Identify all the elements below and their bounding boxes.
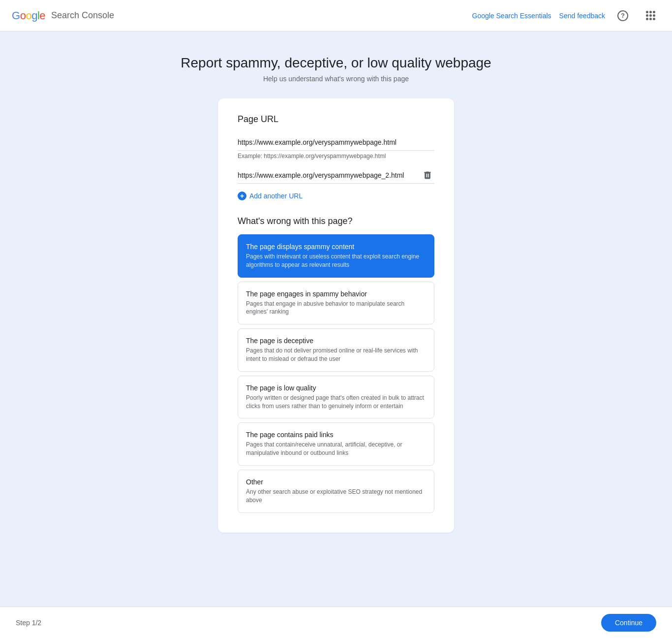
form-card: Page URL Example: https://example.org/ve… bbox=[218, 98, 454, 533]
option-desc-2: Pages that do not deliver promised onlin… bbox=[246, 347, 426, 363]
url2-input[interactable] bbox=[238, 167, 421, 183]
help-icon: ? bbox=[617, 10, 628, 21]
option-desc-0: Pages with irrelevant or useless content… bbox=[246, 253, 426, 269]
option-spammy-content[interactable]: The page displays spammy content Pages w… bbox=[238, 234, 434, 278]
logo-g: G bbox=[12, 9, 20, 22]
logo-o1: o bbox=[20, 9, 26, 22]
step-label: Step 1/2 bbox=[16, 619, 41, 627]
url2-wrapper bbox=[238, 167, 434, 184]
header-left: Google Search Console bbox=[12, 9, 114, 22]
add-url-button[interactable]: + Add another URL bbox=[238, 188, 303, 204]
page-title: Report spammy, deceptive, or low quality… bbox=[181, 55, 491, 71]
header: Google Search Console Google Search Esse… bbox=[0, 0, 672, 32]
continue-button[interactable]: Continue bbox=[601, 614, 656, 632]
help-button[interactable]: ? bbox=[613, 6, 633, 26]
logo-e: e bbox=[39, 9, 45, 22]
option-title-3: The page is low quality bbox=[246, 384, 426, 392]
apps-button[interactable] bbox=[641, 6, 660, 26]
footer: Step 1/2 Continue bbox=[0, 606, 672, 638]
url1-input[interactable] bbox=[238, 134, 434, 151]
url1-wrapper bbox=[238, 134, 434, 151]
url-section-title: Page URL bbox=[238, 114, 434, 125]
option-paid-links[interactable]: The page contains paid links Pages that … bbox=[238, 422, 434, 466]
option-desc-4: Pages that contain/receive unnatural, ar… bbox=[246, 441, 426, 457]
logo-o2: o bbox=[26, 9, 31, 22]
trash-icon bbox=[423, 170, 432, 180]
logo-g2: g bbox=[31, 9, 37, 22]
option-title-1: The page engages in spammy behavior bbox=[246, 290, 426, 298]
url-section: Page URL Example: https://example.org/ve… bbox=[238, 114, 434, 204]
main-content: Report spammy, deceptive, or low quality… bbox=[0, 32, 672, 572]
google-logo: Google bbox=[12, 9, 45, 22]
option-title-4: The page contains paid links bbox=[246, 431, 426, 439]
url1-example: Example: https://example.org/veryspammyw… bbox=[238, 153, 434, 160]
option-title-5: Other bbox=[246, 478, 426, 486]
option-title-0: The page displays spammy content bbox=[246, 243, 426, 251]
option-desc-5: Any other search abuse or exploitative S… bbox=[246, 488, 426, 505]
option-desc-3: Poorly written or designed page that's o… bbox=[246, 394, 426, 411]
option-spammy-behavior[interactable]: The page engages in spammy behavior Page… bbox=[238, 282, 434, 325]
app-name: Search Console bbox=[51, 10, 114, 21]
delete-url2-button[interactable] bbox=[421, 168, 434, 182]
option-deceptive[interactable]: The page is deceptive Pages that do not … bbox=[238, 328, 434, 372]
google-search-essentials-link[interactable]: Google Search Essentials bbox=[472, 12, 551, 20]
option-desc-1: Pages that engage in abusive behavior to… bbox=[246, 300, 426, 317]
header-right: Google Search Essentials Send feedback ? bbox=[472, 6, 661, 26]
add-url-label: Add another URL bbox=[249, 192, 303, 200]
option-title-2: The page is deceptive bbox=[246, 337, 426, 345]
option-other[interactable]: Other Any other search abuse or exploita… bbox=[238, 470, 434, 513]
waffle-icon bbox=[644, 9, 657, 22]
options-section: What's wrong with this page? The page di… bbox=[238, 216, 434, 513]
options-section-title: What's wrong with this page? bbox=[238, 216, 434, 226]
add-icon: + bbox=[238, 191, 246, 200]
option-low-quality[interactable]: The page is low quality Poorly written o… bbox=[238, 376, 434, 419]
page-subtitle: Help us understand what's wrong with thi… bbox=[263, 75, 409, 83]
send-feedback-link[interactable]: Send feedback bbox=[559, 12, 605, 20]
